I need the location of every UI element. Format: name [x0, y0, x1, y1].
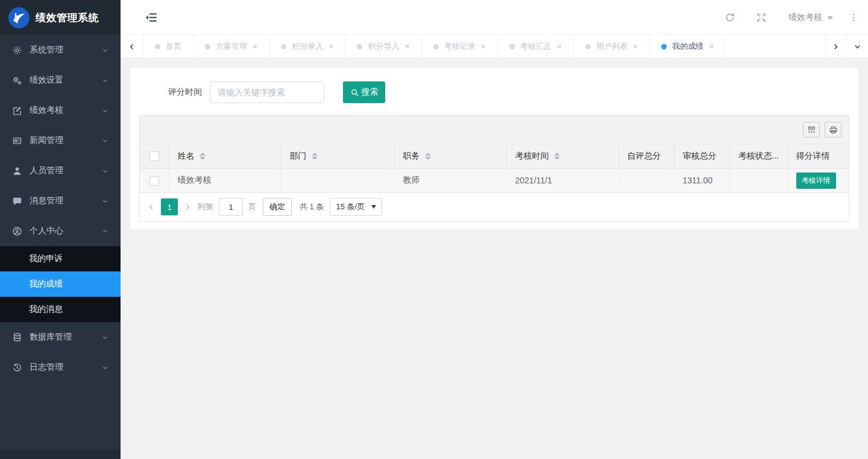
app-title: 绩效管理系统 — [36, 11, 99, 25]
row-checkbox[interactable] — [149, 176, 159, 186]
tab-label: 方案管理 — [216, 41, 247, 52]
chevron-up-icon — [102, 228, 108, 235]
tabs-scroll-right-icon[interactable] — [825, 35, 846, 58]
next-page-icon[interactable] — [183, 203, 192, 211]
sidebar-item-system[interactable]: 系统管理 — [0, 35, 121, 65]
sidebar-item-label: 消息管理 — [30, 195, 102, 206]
submenu-item-label: 我的成绩 — [29, 279, 63, 290]
table-row[interactable]: 绩效考核 教师 2021/11/1 1311.00 考核详情 — [140, 168, 849, 192]
submenu-item-my-scores[interactable]: 我的成绩 — [0, 271, 121, 297]
tab-home[interactable]: 首页 — [143, 35, 193, 58]
tab-label: 考核记录 — [444, 41, 476, 52]
submenu-item-my-messages[interactable]: 我的消息 — [0, 297, 121, 322]
sidebar-item-perf-settings[interactable]: 绩效设置 — [0, 65, 121, 95]
select-all-checkbox[interactable] — [149, 151, 159, 161]
column-header-name[interactable]: 姓名 — [169, 144, 281, 168]
sidebar-item-perf-assess[interactable]: 绩效考核 — [0, 95, 121, 125]
tab-score-import[interactable]: 积分导入 × — [345, 35, 421, 58]
user-dropdown-label: 绩效考核 — [788, 12, 822, 23]
tab-label: 首页 — [166, 41, 181, 52]
tabs-scroll-left-icon[interactable] — [121, 35, 143, 58]
column-header-position[interactable]: 职务 — [394, 144, 506, 168]
scores-table: 姓名 部门 职务 考核时间 自评总分 审核总分 考核状态... — [140, 144, 849, 193]
tab-assess-records[interactable]: 考核记录 × — [422, 35, 498, 58]
sidebar-item-label: 日志管理 — [30, 362, 102, 373]
column-header-self-score: 自评总分 — [618, 144, 674, 168]
close-icon[interactable]: × — [633, 42, 638, 51]
sidebar-item-label: 人员管理 — [30, 165, 102, 176]
submenu-item-label: 我的消息 — [29, 304, 63, 315]
cell-department — [281, 168, 394, 192]
goto-page-input[interactable] — [219, 198, 243, 216]
sidebar-item-label: 数据库管理 — [30, 332, 102, 343]
sort-icon[interactable] — [312, 153, 318, 160]
tab-label: 积分导入 — [368, 41, 399, 52]
sidebar-item-personal-center[interactable]: 个人中心 — [0, 216, 121, 246]
main-content: 评分时间 搜索 — [121, 59, 868, 459]
column-header-review-score: 审核总分 — [674, 144, 729, 168]
comment-icon — [12, 196, 22, 206]
sidebar-fold-icon[interactable] — [145, 11, 158, 24]
print-button[interactable] — [825, 122, 841, 138]
more-vertical-icon[interactable] — [849, 13, 858, 22]
submenu-item-my-appeals[interactable]: 我的申诉 — [0, 246, 121, 271]
page-size-value: 15 条/页 — [336, 201, 365, 212]
dot-icon — [155, 44, 160, 49]
prev-page-icon[interactable] — [147, 203, 156, 211]
tab-assess-summary[interactable]: 考核汇总 × — [498, 35, 574, 58]
cell-assess-time: 2021/11/1 — [506, 168, 618, 192]
sort-icon[interactable] — [200, 153, 206, 160]
tab-plan-mgmt[interactable]: 方案管理 × — [193, 35, 269, 58]
fullscreen-icon[interactable] — [756, 12, 767, 23]
confirm-button[interactable]: 确定 — [263, 198, 292, 216]
close-icon[interactable]: × — [557, 42, 562, 51]
columns-toggle-button[interactable] — [803, 122, 820, 138]
page-size-select[interactable]: 15 条/页 — [330, 198, 382, 216]
sidebar-menu: 系统管理 绩效设置 绩效考核 新闻管理 人员管理 消息管理 — [0, 35, 121, 382]
close-icon[interactable]: × — [253, 42, 257, 51]
columns-icon — [807, 125, 816, 135]
sidebar-footer — [0, 450, 121, 459]
sidebar-item-news[interactable]: 新闻管理 — [0, 125, 121, 156]
profile-icon — [12, 226, 22, 236]
search-field-label: 评分时间 — [168, 87, 202, 98]
table-header-row: 姓名 部门 职务 考核时间 自评总分 审核总分 考核状态... — [140, 144, 849, 168]
sidebar-item-database[interactable]: 数据库管理 — [0, 322, 121, 352]
database-icon — [12, 332, 22, 343]
cogs-icon — [12, 75, 22, 86]
tab-user-list[interactable]: 用户列表 × — [574, 35, 650, 58]
chevron-down-icon — [102, 334, 108, 341]
assess-detail-button[interactable]: 考核详情 — [796, 173, 836, 189]
page-number-button[interactable]: 1 — [161, 198, 178, 215]
sort-icon[interactable] — [554, 153, 560, 160]
sidebar-item-messages[interactable]: 消息管理 — [0, 186, 121, 216]
dot-icon — [205, 44, 210, 49]
dot-icon — [585, 44, 591, 49]
tab-my-scores[interactable]: 我的成绩 × — [650, 35, 726, 58]
dot-icon — [661, 44, 667, 49]
close-icon[interactable]: × — [329, 42, 333, 51]
sidebar-item-logs[interactable]: 日志管理 — [0, 352, 121, 382]
tabs-dropdown-icon[interactable] — [846, 35, 868, 58]
sidebar-item-label: 新闻管理 — [30, 135, 102, 146]
column-header-assess-time[interactable]: 考核时间 — [506, 144, 618, 168]
search-row: 评分时间 搜索 — [168, 81, 849, 103]
tab-score-entry[interactable]: 积分录入 × — [269, 35, 345, 58]
tab-label: 我的成绩 — [672, 41, 703, 52]
column-header-department[interactable]: 部门 — [281, 144, 394, 168]
my-scores-panel: 评分时间 搜索 — [130, 68, 858, 229]
search-input[interactable] — [210, 81, 324, 103]
search-button[interactable]: 搜索 — [343, 81, 385, 103]
chevron-down-icon — [102, 138, 108, 144]
user-dropdown[interactable]: 绩效考核 — [788, 12, 833, 23]
sidebar-item-label: 绩效设置 — [30, 75, 102, 86]
sidebar-item-personnel[interactable]: 人员管理 — [0, 156, 121, 186]
chevron-down-icon — [102, 168, 108, 174]
close-icon[interactable]: × — [404, 42, 409, 51]
column-header-status: 考核状态... — [729, 144, 787, 168]
refresh-icon[interactable] — [725, 12, 735, 23]
table-toolbar — [140, 116, 849, 144]
close-icon[interactable]: × — [481, 42, 486, 51]
sort-icon[interactable] — [425, 153, 431, 160]
close-icon[interactable]: × — [709, 42, 714, 51]
